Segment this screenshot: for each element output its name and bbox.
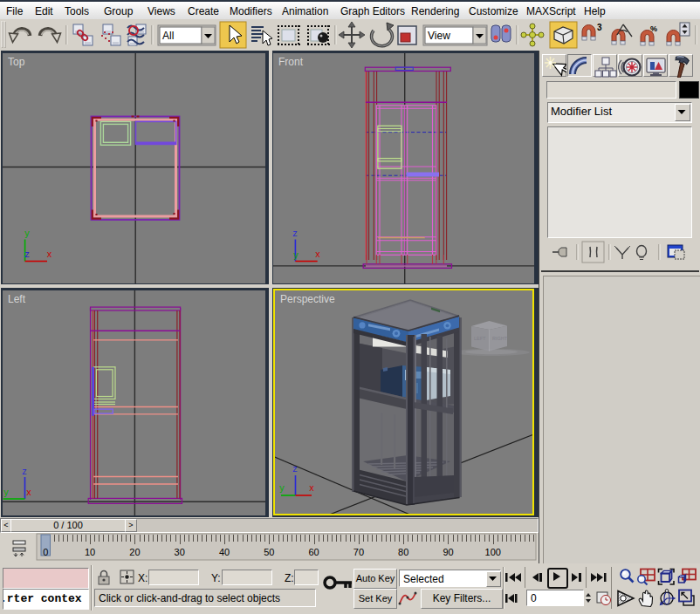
svg-text:3: 3 (597, 23, 602, 32)
svg-text:50: 50 (264, 547, 274, 557)
svg-text:y: y (24, 229, 30, 239)
svg-text:x: x (26, 488, 31, 498)
svg-text:0: 0 (43, 547, 48, 557)
svg-text:10: 10 (85, 547, 95, 557)
svg-text:70: 70 (353, 547, 364, 557)
svg-text:y: y (279, 484, 285, 494)
svg-text:80: 80 (398, 547, 408, 557)
svg-text:y: y (3, 488, 9, 498)
svg-text:y: y (293, 251, 299, 261)
svg-text:x: x (47, 250, 52, 260)
svg-text:100: 100 (485, 547, 501, 557)
svg-text:x: x (309, 484, 314, 494)
svg-text:View: View (428, 30, 450, 42)
svg-text:z: z (292, 229, 298, 239)
svg-text:All: All (162, 30, 174, 42)
svg-text:90: 90 (443, 547, 453, 557)
svg-text:RIGHT: RIGHT (492, 336, 508, 341)
svg-text:x: x (315, 250, 320, 260)
svg-text:z: z (24, 250, 30, 260)
svg-text:z: z (22, 467, 27, 477)
svg-text:%: % (650, 24, 657, 33)
svg-text:40: 40 (219, 547, 230, 557)
svg-text:z: z (292, 465, 298, 474)
svg-text:30: 30 (175, 547, 185, 557)
svg-text:20: 20 (129, 547, 140, 557)
svg-text:LEFT: LEFT (474, 336, 486, 341)
svg-text:60: 60 (308, 547, 319, 557)
